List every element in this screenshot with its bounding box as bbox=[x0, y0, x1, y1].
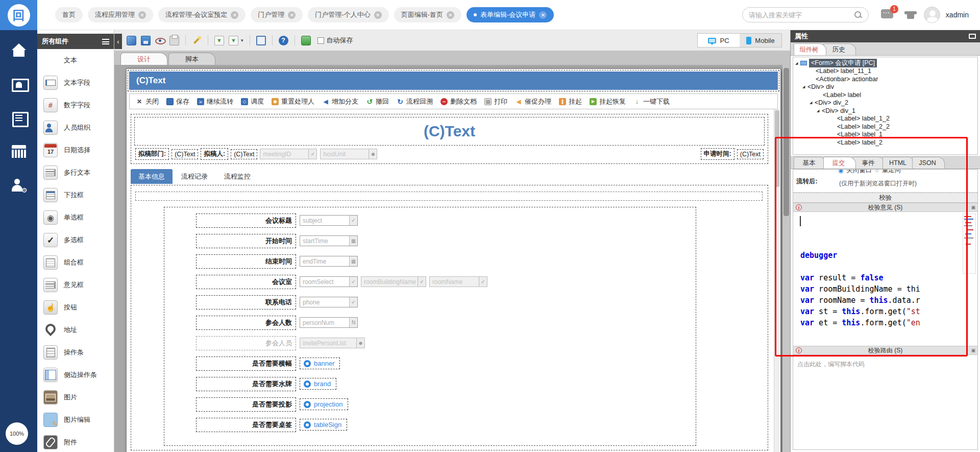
tree-node[interactable]: <Label> label_1 bbox=[795, 131, 977, 139]
canvas-scrollbar-thumb[interactable] bbox=[783, 68, 789, 216]
expand-editor-icon[interactable]: ▣ bbox=[971, 348, 975, 353]
calendar-icon[interactable]: ▦ bbox=[349, 256, 357, 266]
code-minimap[interactable] bbox=[963, 213, 976, 274]
component-item[interactable]: 文本 bbox=[37, 49, 114, 72]
rail-item-workspace[interactable] bbox=[0, 71, 37, 98]
component-item[interactable]: 人员组织 bbox=[37, 116, 114, 139]
form-action-button[interactable]: 增加分支 bbox=[322, 97, 358, 106]
form-tab-流程监控[interactable]: 流程监控 bbox=[216, 169, 258, 184]
global-search[interactable] bbox=[742, 7, 869, 22]
form-heading[interactable]: (C)Text bbox=[134, 117, 765, 146]
tree-node[interactable]: <Label> label_2_2 bbox=[795, 123, 977, 131]
number-icon[interactable]: N bbox=[349, 318, 357, 327]
form-field-input[interactable]: hostUnit☻ bbox=[320, 149, 377, 159]
device-pc-button[interactable]: PC bbox=[698, 34, 740, 47]
close-tab-icon[interactable]: ✕ bbox=[138, 11, 146, 19]
bool-field-link[interactable]: banner bbox=[314, 360, 334, 367]
form-action-button[interactable]: 挂起 bbox=[559, 97, 582, 106]
component-item[interactable]: 数字字段 bbox=[37, 94, 114, 116]
component-item[interactable]: 按钮 bbox=[37, 296, 114, 319]
dept-label[interactable]: 拟稿部门: bbox=[135, 148, 169, 160]
app-logo[interactable]: 回 bbox=[0, 0, 37, 30]
form-titlebar[interactable]: (C)Text bbox=[129, 72, 778, 90]
autosave-checkbox[interactable] bbox=[317, 37, 324, 44]
form-field-input[interactable]: invitePersonList☻ bbox=[300, 338, 365, 348]
tree-node[interactable]: ◢<Div> div_1 bbox=[795, 107, 977, 115]
bool-field-box[interactable]: brand bbox=[300, 378, 336, 390]
field-label[interactable]: 结束时间 bbox=[196, 254, 296, 269]
rail-item-user-admin[interactable] bbox=[0, 172, 37, 199]
form-field-input[interactable]: roomName✓ bbox=[429, 276, 487, 287]
radio-unselected-icon[interactable]: ○ bbox=[875, 170, 878, 174]
form-action-button[interactable]: 删除文档 bbox=[440, 97, 477, 106]
theme-icon[interactable] bbox=[904, 10, 917, 19]
expand-arrow-icon[interactable]: ◢ bbox=[817, 109, 822, 113]
view-tab-设计[interactable]: 设计 bbox=[120, 53, 167, 65]
expand-arrow-icon[interactable]: ◢ bbox=[810, 101, 815, 105]
export-icon[interactable] bbox=[229, 36, 238, 45]
form-field-input[interactable]: subject✓ bbox=[300, 215, 358, 226]
tree-tab-组件树[interactable]: 组件树 bbox=[794, 43, 826, 55]
page-tab[interactable]: 页面编辑-首页✕ bbox=[394, 7, 461, 22]
prop-tab-HTML[interactable]: HTML bbox=[883, 157, 915, 169]
prop-tab-JSON[interactable]: JSON bbox=[912, 157, 945, 169]
form-action-button[interactable]: 打印 bbox=[484, 97, 507, 106]
component-item[interactable]: 日期选择 bbox=[37, 139, 114, 161]
field-label[interactable]: 会议标题 bbox=[196, 213, 296, 228]
field-label[interactable]: 会议室 bbox=[196, 275, 296, 289]
close-tab-icon[interactable]: ✕ bbox=[374, 11, 382, 19]
device-mobile-button[interactable]: Mobile bbox=[740, 34, 781, 47]
page-tab[interactable]: 流程管理-会议室预定✕ bbox=[158, 7, 246, 22]
avatar[interactable] bbox=[924, 7, 940, 23]
panel-icon[interactable] bbox=[256, 36, 266, 45]
form-field-input[interactable]: endTime▦ bbox=[300, 256, 358, 267]
tree-node[interactable]: ◢<Div> div bbox=[795, 83, 977, 91]
username[interactable]: xadmin bbox=[946, 11, 969, 19]
bool-field-box[interactable]: tableSign bbox=[300, 419, 347, 431]
expand-editor-icon[interactable]: ▣ bbox=[971, 205, 975, 210]
person-icon[interactable]: ☻ bbox=[369, 149, 377, 159]
new-doc-icon[interactable] bbox=[127, 36, 136, 45]
component-item[interactable]: 下拉框 bbox=[37, 184, 114, 206]
apply-time-label[interactable]: 申请时间: bbox=[701, 148, 734, 160]
tree-node[interactable]: <Label> label_11_1 bbox=[795, 67, 977, 76]
form-field-input[interactable]: roomSelect✓ bbox=[300, 276, 358, 287]
component-item[interactable]: 地址 bbox=[37, 319, 114, 341]
import-icon[interactable] bbox=[214, 36, 224, 45]
prop-tab-提交[interactable]: 提交 bbox=[823, 157, 856, 169]
component-item[interactable]: 组合框 bbox=[37, 251, 114, 274]
check-icon[interactable]: ✓ bbox=[418, 277, 426, 287]
component-item[interactable]: 附件 bbox=[37, 431, 114, 452]
field-label[interactable]: 是否需要水牌 bbox=[196, 377, 296, 391]
bool-field-box[interactable]: banner bbox=[300, 358, 340, 369]
radio-selected-icon[interactable]: ◉ bbox=[838, 170, 843, 174]
validation-route-header[interactable]: i 校验路由 (S) ▣ bbox=[793, 346, 977, 355]
check-icon[interactable]: ✓ bbox=[349, 297, 357, 307]
form-body-region[interactable]: 会议标题subject✓开始时间startTime▦结束时间endTime▦会议… bbox=[131, 185, 768, 450]
preview-icon[interactable] bbox=[155, 36, 165, 45]
form-field-input[interactable]: roomBuildingName✓ bbox=[361, 276, 426, 287]
check-icon[interactable]: ✓ bbox=[349, 216, 357, 225]
form-action-button[interactable]: 继续流转 bbox=[197, 97, 233, 106]
field-label[interactable]: 是否需要横幅 bbox=[196, 356, 296, 371]
check-icon[interactable]: ✓ bbox=[349, 277, 357, 287]
drafter-value[interactable]: (C)Text bbox=[231, 149, 257, 159]
expand-arrow-icon[interactable]: ◢ bbox=[795, 61, 800, 65]
form-action-button[interactable]: 调度 bbox=[241, 97, 264, 106]
component-item[interactable]: 文本字段 bbox=[37, 72, 114, 94]
bool-field-link[interactable]: brand bbox=[314, 380, 331, 388]
bool-field-box[interactable]: projection bbox=[300, 398, 348, 410]
close-tab-icon[interactable]: ✕ bbox=[447, 11, 454, 19]
dropdown-caret-icon[interactable]: ▾ bbox=[241, 38, 243, 43]
zoom-level-badge[interactable]: 100% bbox=[6, 422, 28, 445]
script-hint-text[interactable]: 点击此处，编写脚本代码 bbox=[793, 355, 977, 374]
tree-node[interactable]: <Label> label_1_2 bbox=[795, 115, 977, 123]
tree-node[interactable]: <Actionbar> actionbar bbox=[795, 75, 977, 83]
search-input[interactable] bbox=[749, 11, 854, 19]
form-field-input[interactable]: meetingID✓ bbox=[260, 149, 317, 159]
calendar-icon[interactable]: ▦ bbox=[349, 236, 357, 246]
tree-node[interactable]: <Label> label bbox=[795, 91, 977, 99]
field-label[interactable]: 参会人数 bbox=[196, 316, 296, 330]
field-label[interactable]: 参会人员 bbox=[196, 336, 296, 350]
form-field-input[interactable]: personNumN bbox=[300, 317, 358, 328]
